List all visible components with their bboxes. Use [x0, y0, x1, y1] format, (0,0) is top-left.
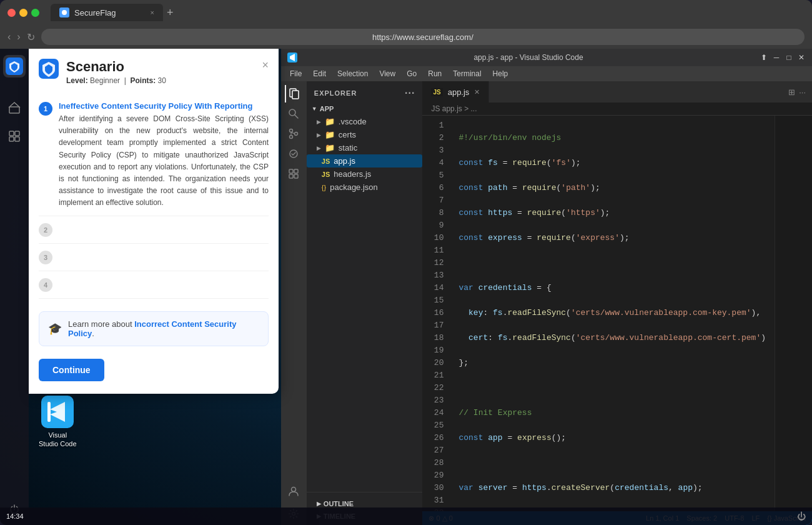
panel-header: Scenario Level: Beginner | Points: 30 × — [29, 49, 279, 90]
scenario-meta: Level: Beginner | Points: 30 — [66, 76, 257, 85]
code-area[interactable]: 12345 678910 1112131415 1617181920 21222… — [422, 116, 812, 511]
vscode-close-button[interactable]: ✕ — [797, 53, 806, 62]
menu-view[interactable]: View — [374, 68, 400, 79]
vscode-maximize-button[interactable]: □ — [785, 53, 793, 62]
step-number-4: 4 — [39, 278, 52, 292]
folder-chevron-icon: ▶ — [317, 119, 321, 125]
new-tab-button[interactable]: + — [167, 6, 174, 19]
browser-content: Scenario Level: Beginner | Points: 30 × … — [0, 49, 812, 525]
explorer-title: EXPLORER — [314, 89, 357, 97]
learn-more-box: 🎓 Learn more about Incorrect Content Sec… — [39, 311, 269, 346]
headersjs-file-label: headers.js — [334, 169, 371, 179]
packagejson-file-label: package.json — [330, 182, 378, 192]
split-editor-icon[interactable]: ⊞ — [788, 88, 795, 97]
svg-rect-6 — [15, 137, 19, 141]
tab-close-button[interactable]: × — [151, 9, 154, 16]
appjs-tab-label: app.js — [448, 88, 470, 97]
learn-more-suffix: . — [92, 329, 94, 338]
browser-frame: SecureFlag × + ‹ › ↻ — [0, 0, 812, 525]
menu-go[interactable]: Go — [402, 68, 422, 79]
explorer-static-folder[interactable]: ▶ 📁 static — [307, 141, 423, 154]
menu-help[interactable]: Help — [488, 68, 513, 79]
menu-file[interactable]: File — [285, 68, 307, 79]
code-line-3: const path = require('path'); — [450, 182, 775, 194]
minimize-window-button[interactable] — [19, 9, 27, 17]
address-input[interactable] — [41, 29, 805, 45]
svg-rect-24 — [294, 174, 298, 178]
menu-run[interactable]: Run — [423, 68, 447, 79]
appjs-tab-close[interactable]: ✕ — [474, 88, 480, 96]
menu-edit[interactable]: Edit — [308, 68, 331, 79]
time-display: 14:34 — [6, 512, 24, 520]
menu-terminal[interactable]: Terminal — [448, 68, 486, 79]
vscode-titlebar-left — [287, 52, 297, 62]
continue-button[interactable]: Continue — [39, 359, 104, 381]
svg-rect-23 — [289, 174, 293, 178]
code-line-14 — [450, 457, 775, 469]
tab-appjs[interactable]: JS app.js ✕ — [422, 81, 489, 102]
learn-more-text: Learn more about Incorrect Content Secur… — [68, 319, 259, 338]
svg-point-19 — [295, 132, 298, 136]
vscode-folder-icon: 📁 — [325, 117, 335, 126]
editor-more-icon[interactable]: ··· — [799, 88, 806, 97]
code-line-15: var server = https.createServer(credenti… — [450, 482, 775, 494]
static-folder-label: static — [339, 143, 357, 152]
line-numbers: 12345 678910 1112131415 1617181920 21222… — [422, 116, 450, 511]
vscode-prev-button[interactable]: ⬆ — [760, 53, 768, 62]
step-list: 1 Ineffective Content Security Policy Wi… — [29, 90, 279, 304]
explorer-headersjs-file[interactable]: JS headers.js — [307, 168, 423, 181]
account-button[interactable] — [285, 482, 302, 500]
explorer-packagejson-file[interactable]: {} package.json — [307, 181, 423, 194]
left-sidebar — [0, 49, 29, 525]
step-number-3: 3 — [39, 251, 52, 264]
vscode-breadcrumb: JS app.js > ... — [422, 102, 812, 116]
taskbar-power-icon[interactable]: ⏻ — [797, 511, 806, 521]
vscode-activity-bar — [281, 81, 307, 525]
debug-activity-button[interactable] — [285, 145, 302, 162]
explorer-activity-button[interactable] — [285, 85, 302, 102]
source-control-activity-button[interactable] — [285, 125, 302, 142]
graduation-cap-icon: 🎓 — [48, 322, 62, 336]
vscode-minimize-button[interactable]: ─ — [772, 53, 781, 62]
maximize-window-button[interactable] — [31, 9, 39, 17]
close-window-button[interactable] — [7, 9, 16, 17]
code-line-8: key: fs.readFileSync('certs/www.vulnerab… — [450, 307, 775, 319]
extensions-activity-button[interactable] — [285, 165, 302, 182]
app-folder-label: APP — [320, 105, 334, 112]
breadcrumb-text: JS app.js > ... — [431, 104, 477, 113]
search-activity-button[interactable] — [285, 105, 302, 122]
explorer-certs-folder[interactable]: ▶ 📁 certs — [307, 128, 423, 141]
svg-rect-2 — [9, 107, 19, 113]
code-line-1: #!/usr/bin/env nodejs — [450, 132, 775, 144]
vscode-window-buttons: ⬆ ─ □ ✕ — [760, 53, 806, 62]
back-button[interactable]: ‹ — [7, 31, 11, 42]
svg-rect-11 — [47, 402, 51, 422]
explorer-vscode-folder[interactable]: ▶ 📁 .vscode — [307, 115, 423, 128]
step-item-2: 2 — [39, 216, 269, 244]
panel-close-button[interactable]: × — [262, 59, 269, 72]
explorer-menu-button[interactable]: ··· — [405, 88, 415, 99]
code-content[interactable]: #!/usr/bin/env nodejs const fs = require… — [450, 116, 775, 511]
menu-selection[interactable]: Selection — [332, 68, 373, 79]
svg-point-0 — [62, 10, 67, 15]
browser-tab-secureflag[interactable]: SecureFlag × — [51, 4, 163, 21]
certs-folder-label: certs — [339, 130, 356, 139]
code-line-12: // Init Express — [450, 407, 775, 419]
bottom-taskbar: 14:34 ⏻ — [0, 508, 812, 525]
panel-logo — [39, 59, 59, 79]
refresh-button[interactable]: ↻ — [27, 31, 35, 43]
forward-button[interactable]: › — [17, 31, 20, 42]
vscode-tabs: JS app.js ✕ ⊞ ··· — [422, 81, 812, 102]
code-line-13: const app = express(); — [450, 432, 775, 444]
vscode-editor-main: JS app.js ✕ ⊞ ··· JS app.js > ... — [422, 81, 812, 525]
vscode-window: app.js - app - Visual Studio Code ⬆ ─ □ … — [281, 49, 812, 525]
sidebar-logo[interactable] — [3, 55, 26, 78]
vscode-menubar: File Edit Selection View Go Run Terminal… — [281, 66, 812, 81]
explorer-appjs-file[interactable]: JS app.js — [307, 154, 423, 168]
sidebar-item-2[interactable] — [3, 125, 26, 148]
app-folder-header[interactable]: ▼ APP — [307, 102, 423, 115]
desktop-icon-vscode[interactable]: VisualStudio Code — [39, 396, 77, 449]
sidebar-item-1[interactable] — [3, 96, 26, 119]
svg-rect-4 — [15, 131, 19, 136]
points-value: 30 — [158, 76, 166, 85]
